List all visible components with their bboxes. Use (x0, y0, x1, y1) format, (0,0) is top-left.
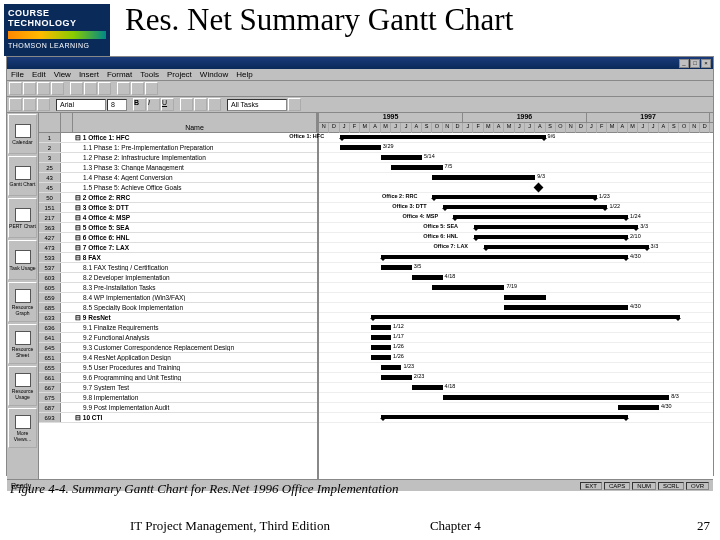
summary-bar[interactable] (443, 205, 608, 209)
gantt-row[interactable]: 4/18 (319, 383, 713, 393)
gantt-row[interactable]: Office 1: HFC9/6 (319, 133, 713, 143)
maximize-button[interactable]: □ (690, 59, 700, 68)
view-pert-chart[interactable]: PERT Chart (8, 198, 37, 238)
task-row[interactable]: 473⊟ 7 Office 7: LAX (39, 243, 317, 253)
summary-bar[interactable] (432, 195, 597, 199)
task-bar[interactable] (412, 385, 443, 390)
view-resource-graph[interactable]: Resource Graph (8, 282, 37, 322)
view-calendar[interactable]: Calendar (8, 114, 37, 154)
gantt-row[interactable]: 1/17 (319, 333, 713, 343)
fontsize-select[interactable]: 8 (107, 99, 127, 111)
task-row[interactable]: 217⊟ 4 Office 4: MSP (39, 213, 317, 223)
task-bar[interactable] (504, 305, 628, 310)
new-icon[interactable] (9, 82, 22, 95)
task-row[interactable]: 363⊟ 5 Office 5: SEA (39, 223, 317, 233)
gantt-row[interactable]: 4/30 (319, 253, 713, 263)
task-row[interactable]: 6058.3 Pre-Installation Tasks (39, 283, 317, 293)
task-row[interactable]: 6759.8 Implementation (39, 393, 317, 403)
task-bar[interactable] (340, 145, 381, 150)
view-resource-usage[interactable]: Resource Usage (8, 366, 37, 406)
align-right-icon[interactable] (208, 98, 221, 111)
task-row[interactable]: 451.5 Phase 5: Achieve Office Goals (39, 183, 317, 193)
task-row[interactable]: 6559.5 User Procedures and Training (39, 363, 317, 373)
print-icon[interactable] (51, 82, 64, 95)
gantt-row[interactable] (319, 183, 713, 193)
undo-icon[interactable] (117, 82, 130, 95)
gantt-row[interactable]: 7/5 (319, 163, 713, 173)
link-icon[interactable] (131, 82, 144, 95)
indent-icon[interactable] (23, 98, 36, 111)
task-row[interactable]: 1⊟ 1 Office 1: HFC (39, 133, 317, 143)
task-row[interactable]: 31.2 Phase 2: Infrastructure Implementat… (39, 153, 317, 163)
summary-bar[interactable] (484, 245, 649, 249)
gantt-row[interactable]: Office 5: SEA3/3 (319, 223, 713, 233)
gantt-row[interactable]: Office 2: RRC1/23 (319, 193, 713, 203)
task-row[interactable]: 6858.5 Specialty Book Implementation (39, 303, 317, 313)
task-bar[interactable] (432, 175, 535, 180)
summary-bar[interactable] (340, 135, 546, 139)
underline-icon[interactable]: U (161, 98, 174, 111)
summary-bar[interactable] (371, 315, 680, 319)
menu-file[interactable]: File (11, 70, 24, 79)
filter-select[interactable]: All Tasks (227, 99, 287, 111)
gantt-row[interactable]: Office 4: MSP1/24 (319, 213, 713, 223)
gantt-row[interactable]: 3/29 (319, 143, 713, 153)
task-bar[interactable] (618, 405, 659, 410)
italic-icon[interactable]: I (147, 98, 160, 111)
align-center-icon[interactable] (194, 98, 207, 111)
align-left-icon[interactable] (180, 98, 193, 111)
task-row[interactable]: 6619.6 Programming and Unit Testing (39, 373, 317, 383)
task-row[interactable]: 151⊟ 3 Office 3: DTT (39, 203, 317, 213)
menu-view[interactable]: View (54, 70, 71, 79)
gantt-row[interactable]: 1/23 (319, 363, 713, 373)
task-bar[interactable] (381, 265, 412, 270)
gantt-row[interactable]: 2/23 (319, 373, 713, 383)
task-bar[interactable] (371, 345, 392, 350)
task-bar[interactable] (443, 395, 670, 400)
view-resource-sheet[interactable]: Resource Sheet (8, 324, 37, 364)
unlink-icon[interactable] (145, 82, 158, 95)
view-gantt-chart[interactable]: Gantt Chart (8, 156, 37, 196)
task-row[interactable]: 6598.4 WP Implementation (Win3/FAX) (39, 293, 317, 303)
menu-tools[interactable]: Tools (140, 70, 159, 79)
menu-window[interactable]: Window (200, 70, 228, 79)
menu-format[interactable]: Format (107, 70, 132, 79)
task-bar[interactable] (381, 375, 412, 380)
close-button[interactable]: × (701, 59, 711, 68)
task-bar[interactable] (371, 325, 392, 330)
gantt-row[interactable]: 7/19 (319, 283, 713, 293)
task-row[interactable]: 6679.7 System Test (39, 383, 317, 393)
gantt-row[interactable]: 1/26 (319, 343, 713, 353)
gantt-row[interactable]: 4/30 (319, 403, 713, 413)
gantt-body[interactable]: Office 1: HFC9/63/295/147/59/3Office 2: … (319, 133, 713, 479)
gantt-row[interactable]: 9/3 (319, 173, 713, 183)
task-row[interactable]: 6369.1 Finalize Requirements (39, 323, 317, 333)
view-task-usage[interactable]: Task Usage (8, 240, 37, 280)
gantt-row[interactable] (319, 413, 713, 423)
menu-project[interactable]: Project (167, 70, 192, 79)
task-row[interactable]: 6038.2 Developer Implementation (39, 273, 317, 283)
task-bar[interactable] (504, 295, 545, 300)
task-row[interactable]: 5378.1 FAX Testing / Certification (39, 263, 317, 273)
minimize-button[interactable]: _ (679, 59, 689, 68)
copy-icon[interactable] (84, 82, 97, 95)
summary-bar[interactable] (381, 415, 628, 419)
task-bar[interactable] (391, 165, 443, 170)
task-bar[interactable] (381, 155, 422, 160)
task-row[interactable]: 6459.3 Customer Correspondence Replaceme… (39, 343, 317, 353)
menu-edit[interactable]: Edit (32, 70, 46, 79)
summary-bar[interactable] (474, 235, 629, 239)
task-row[interactable]: 6879.9 Post Implementation Audit (39, 403, 317, 413)
gantt-row[interactable]: 8/3 (319, 393, 713, 403)
task-row[interactable]: 693⊟ 10 CTI (39, 413, 317, 423)
task-row[interactable]: 427⊟ 6 Office 6: HNL (39, 233, 317, 243)
gantt-row[interactable]: 5/14 (319, 153, 713, 163)
gantt-row[interactable]: 1/26 (319, 353, 713, 363)
menu-help[interactable]: Help (236, 70, 252, 79)
task-row[interactable]: 6519.4 ResNet Application Design (39, 353, 317, 363)
summary-bar[interactable] (453, 215, 628, 219)
show-icon[interactable] (37, 98, 50, 111)
gantt-row[interactable]: 4/30 (319, 303, 713, 313)
outdent-icon[interactable] (9, 98, 22, 111)
gantt-row[interactable]: Office 3: DTT1/22 (319, 203, 713, 213)
